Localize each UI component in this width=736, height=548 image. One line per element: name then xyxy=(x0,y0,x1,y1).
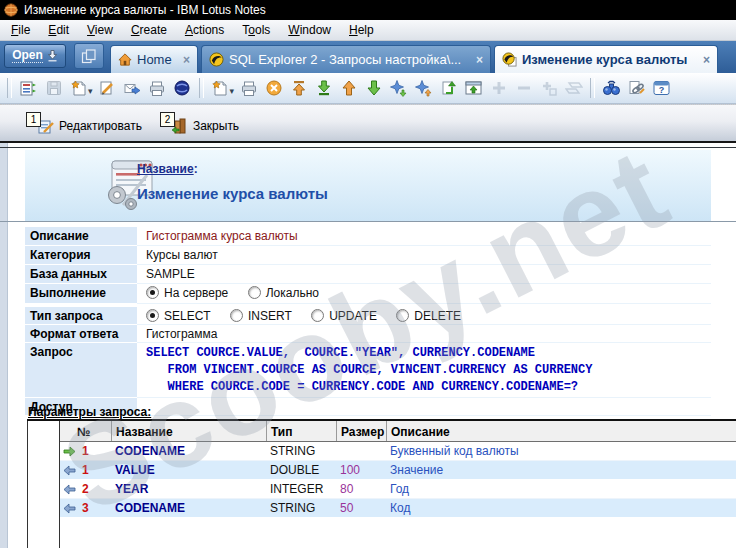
param-row-2[interactable]: 1 VALUE DOUBLE 100 Значение xyxy=(60,461,736,480)
new-document-dropdown-icon[interactable]: ▾ xyxy=(88,86,93,96)
radio-select-label: SELECT xyxy=(164,309,211,323)
param-type: DOUBLE xyxy=(266,463,336,477)
forward-icon[interactable] xyxy=(120,76,145,100)
next-unread-icon[interactable] xyxy=(386,76,411,100)
menu-item-help[interactable]: Help xyxy=(340,21,383,39)
param-description: Буквенный код валюты xyxy=(386,444,736,458)
help-icon[interactable]: ? xyxy=(649,76,674,100)
horizontal-rule xyxy=(0,221,736,222)
param-number: 3 xyxy=(82,501,89,515)
radio-on-server-control[interactable] xyxy=(146,286,159,299)
query-title: Изменение курса валюты xyxy=(137,185,328,202)
tab-home-close-icon[interactable]: × xyxy=(177,53,190,67)
tab-home-label: Home xyxy=(137,52,172,67)
param-number: 1 xyxy=(82,463,89,477)
add-condition-icon xyxy=(536,76,561,100)
switch-form-icon[interactable] xyxy=(16,76,41,100)
tab-home[interactable]: Home × xyxy=(110,45,198,73)
radio-on-server[interactable]: На сервере xyxy=(146,286,228,300)
radio-delete-label: DELETE xyxy=(414,309,461,323)
lotus-notes-app-icon xyxy=(4,3,18,17)
menu-item-view[interactable]: View xyxy=(78,21,122,39)
field-response-format: Формат ответа Гистограмма xyxy=(25,325,711,343)
radio-locally[interactable]: Локально xyxy=(248,286,319,300)
header-type: Тип xyxy=(266,421,336,441)
new-dropdown-icon[interactable]: ▾ xyxy=(230,86,235,96)
edit-document-icon[interactable] xyxy=(95,76,120,100)
tab-sql-explorer[interactable]: SQL Explorer 2 - Запросы настройка\... × xyxy=(201,45,491,73)
field-category-label: Категория xyxy=(25,246,137,265)
next-icon[interactable] xyxy=(361,76,386,100)
horizontal-rule xyxy=(0,147,736,148)
menu-item-tools[interactable]: Tools xyxy=(233,21,279,39)
param-row-1[interactable]: 1 CODENAME STRING Буквенный код валюты xyxy=(60,442,736,461)
menu-item-edit[interactable]: Edit xyxy=(39,21,78,39)
action-bar: 1 Редактировать 2 Закрыть xyxy=(0,104,736,143)
edit-action-button[interactable]: 1 Редактировать xyxy=(26,118,142,134)
radio-update-control[interactable] xyxy=(311,309,324,322)
menu-item-actions[interactable]: Actions xyxy=(176,21,233,39)
tab-currency-rate-active[interactable]: Изменение курса валюты × xyxy=(494,45,718,73)
param-number: 1 xyxy=(82,444,89,458)
param-type: STRING xyxy=(266,501,336,515)
previous-icon[interactable] xyxy=(336,76,361,100)
field-query-type: Тип запроса SELECT INSERT UPDATE DELETE xyxy=(25,307,711,325)
param-direction-out-icon xyxy=(63,503,76,514)
radio-insert-control[interactable] xyxy=(230,309,243,322)
query-form: Описание Гистограмма курса валюты Катего… xyxy=(25,227,711,416)
tab-currency-rate-close-icon[interactable]: × xyxy=(697,53,710,67)
stack-windows-icon xyxy=(561,76,586,100)
notes-document-icon xyxy=(502,52,517,67)
radio-select[interactable]: SELECT xyxy=(146,309,211,323)
name-field-colon: : xyxy=(194,162,198,176)
tab-sql-explorer-close-icon[interactable]: × xyxy=(470,53,483,67)
field-database-value: SAMPLE xyxy=(137,265,711,284)
go-up-level-icon[interactable] xyxy=(436,76,461,100)
params-table-gutter xyxy=(27,421,60,548)
param-size: 50 xyxy=(336,501,386,515)
radio-insert[interactable]: INSERT xyxy=(230,309,292,323)
replication-icon[interactable] xyxy=(170,76,195,100)
field-database: База данных SAMPLE xyxy=(25,265,711,284)
field-query-type-label: Тип запроса xyxy=(25,307,137,325)
param-size: 80 xyxy=(336,482,386,496)
title-bar: Изменение курса валюты - IBM Lotus Notes xyxy=(0,0,736,20)
name-field-label: Название xyxy=(137,162,194,176)
radio-update-label: UPDATE xyxy=(329,309,377,323)
maximize-view-icon[interactable] xyxy=(461,76,486,100)
field-execution-label: Выполнение xyxy=(25,284,137,304)
copy-as-link-icon[interactable] xyxy=(624,76,649,100)
params-table-title: Параметры запроса: xyxy=(28,405,151,419)
field-category-value: Курсы валют xyxy=(137,246,711,265)
param-direction-out-icon xyxy=(63,484,76,495)
menu-item-file[interactable]: File xyxy=(2,21,39,39)
svg-text:?: ? xyxy=(659,85,665,95)
params-table-header: № Название Тип Размер Описание xyxy=(60,421,736,442)
menu-item-create[interactable]: Create xyxy=(122,21,176,39)
header-size: Размер xyxy=(336,421,386,441)
open-button[interactable]: Open xyxy=(4,44,66,68)
print-icon[interactable] xyxy=(145,76,170,100)
close-action-button[interactable]: 2 Закрыть xyxy=(160,118,239,134)
menu-item-window[interactable]: Window xyxy=(279,21,340,39)
print-2-icon[interactable] xyxy=(236,76,261,100)
window-thumbnails-icon xyxy=(81,49,97,64)
radio-update[interactable]: UPDATE xyxy=(311,309,377,323)
previous-unread-icon[interactable] xyxy=(411,76,436,100)
radio-select-control[interactable] xyxy=(146,309,159,322)
scroll-to-bottom-icon[interactable] xyxy=(311,76,336,100)
param-row-4[interactable]: 3 CODENAME STRING 50 Код xyxy=(60,499,736,518)
param-row-3[interactable]: 2 YEAR INTEGER 80 Год xyxy=(60,480,736,499)
stop-icon[interactable] xyxy=(261,76,286,100)
radio-locally-control[interactable] xyxy=(248,286,261,299)
add-icon xyxy=(486,76,511,100)
search-icon[interactable] xyxy=(599,76,624,100)
radio-delete-control[interactable] xyxy=(396,309,409,322)
scroll-to-top-icon[interactable] xyxy=(286,76,311,100)
open-dropdown-arrow-icon xyxy=(47,50,58,62)
window-thumbnails-button[interactable] xyxy=(74,43,104,69)
field-response-format-value: Гистограмма xyxy=(137,325,711,343)
toolbar-separator xyxy=(199,78,204,98)
radio-delete[interactable]: DELETE xyxy=(396,309,461,323)
header-number: № xyxy=(60,421,111,441)
